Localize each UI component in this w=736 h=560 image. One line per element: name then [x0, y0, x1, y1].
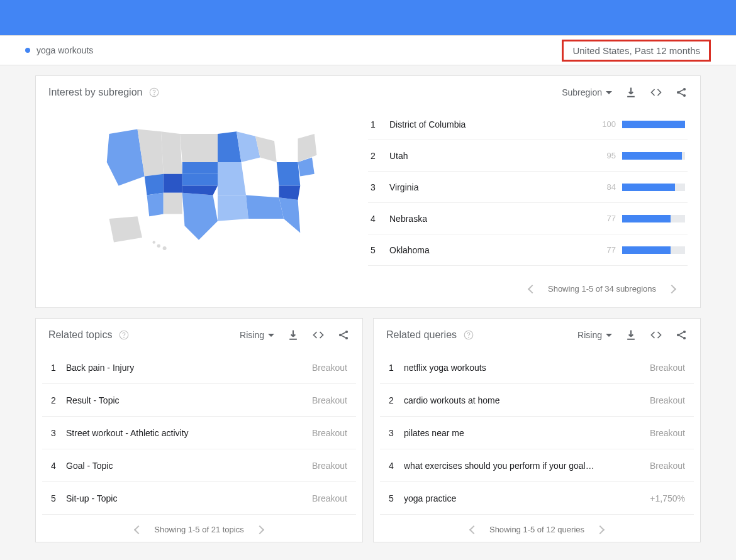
- value-bar: [622, 215, 685, 222]
- chevron-down-icon: [268, 334, 274, 337]
- subregion-pager: Showing 1-5 of 34 subregions: [529, 274, 675, 301]
- subregion-row[interactable]: 4 Nebraska 77: [368, 203, 688, 234]
- related-topics-title: Related topics: [48, 329, 112, 341]
- region-value: 95: [591, 151, 616, 160]
- related-query-row[interactable]: 3 pilates near me Breakout: [380, 417, 694, 449]
- rank: 2: [371, 151, 389, 161]
- topic-label: Street workout - Athletic activity: [66, 428, 312, 438]
- chevron-down-icon: [606, 91, 612, 94]
- subregion-dropdown[interactable]: Subregion: [562, 87, 612, 97]
- pager-prev-icon[interactable]: [134, 525, 143, 534]
- embed-icon[interactable]: [312, 329, 325, 341]
- share-icon[interactable]: [675, 329, 688, 341]
- value-bar-fill: [622, 215, 671, 222]
- topics-pager: Showing 1-5 of 21 topics: [36, 515, 362, 542]
- scope-filter-highlight[interactable]: United States, Past 12 months: [562, 40, 711, 62]
- us-map[interactable]: [95, 115, 321, 256]
- subregion-row[interactable]: 3 Virginia 84: [368, 172, 688, 203]
- related-topic-row[interactable]: 2 Result - Topic Breakout: [42, 384, 356, 417]
- query-label: yoga practice: [404, 493, 650, 503]
- subregion-row[interactable]: 1 District of Columbia 100: [368, 109, 688, 140]
- value-bar-fill: [622, 152, 682, 160]
- term-color-dot: [25, 48, 30, 53]
- related-query-row[interactable]: 5 yoga practice +1,750%: [380, 482, 694, 515]
- region-name: District of Columbia: [389, 119, 591, 129]
- related-query-row[interactable]: 2 cardio workouts at home Breakout: [380, 384, 694, 417]
- region-name: Oklahoma: [389, 245, 591, 255]
- query-metric: Breakout: [650, 428, 685, 438]
- related-query-row[interactable]: 1 netflix yoga workouts Breakout: [380, 351, 694, 384]
- pager-prev-icon[interactable]: [528, 284, 537, 293]
- download-icon[interactable]: [287, 329, 299, 341]
- related-topic-row[interactable]: 4 Goal - Topic Breakout: [42, 449, 356, 482]
- value-bar: [622, 121, 685, 128]
- topic-label: Result - Topic: [66, 395, 312, 405]
- value-bar-fill: [622, 184, 675, 191]
- region-value: 84: [591, 182, 616, 192]
- download-icon[interactable]: [625, 86, 637, 99]
- svg-point-10: [124, 337, 125, 338]
- subregion-card-title: Interest by subregion: [48, 87, 142, 98]
- share-icon[interactable]: [675, 86, 688, 99]
- embed-icon[interactable]: [650, 86, 662, 99]
- value-bar: [622, 184, 685, 191]
- queries-sort-label: Rising: [577, 330, 602, 340]
- query-label: what exercises should you perform if you…: [404, 461, 650, 471]
- embed-icon[interactable]: [650, 329, 662, 341]
- rank: 5: [51, 493, 66, 503]
- help-icon[interactable]: [148, 87, 160, 98]
- query-metric: Breakout: [650, 461, 685, 471]
- related-topic-row[interactable]: 3 Street workout - Athletic activity Bre…: [42, 417, 356, 449]
- topic-metric: Breakout: [312, 493, 347, 503]
- svg-point-7: [157, 244, 160, 248]
- rank: 2: [51, 395, 66, 405]
- subregion-dropdown-label: Subregion: [562, 87, 602, 97]
- related-query-row[interactable]: 4 what exercises should you perform if y…: [380, 449, 694, 482]
- related-topic-row[interactable]: 1 Back pain - Injury Breakout: [42, 351, 356, 384]
- related-topic-row[interactable]: 5 Sit-up - Topic Breakout: [42, 482, 356, 515]
- share-icon[interactable]: [337, 329, 350, 341]
- related-topics-card: Related topics Rising 1 Back pain - Inju…: [35, 318, 363, 542]
- query-label: pilates near me: [404, 428, 650, 438]
- subregion-row[interactable]: 5 Oklahoma 77: [368, 234, 688, 266]
- region-value: 77: [591, 245, 616, 255]
- topic-metric: Breakout: [312, 428, 347, 438]
- value-bar-fill: [622, 121, 685, 128]
- search-term-chip[interactable]: yoga workouts: [25, 45, 93, 55]
- help-icon[interactable]: [118, 329, 130, 341]
- topic-metric: Breakout: [312, 363, 347, 373]
- region-value: 77: [591, 214, 616, 223]
- topic-label: Back pain - Injury: [66, 363, 312, 373]
- topics-sort-dropdown[interactable]: Rising: [240, 330, 274, 340]
- query-metric: +1,750%: [650, 493, 685, 503]
- scope-text: United States, Past 12 months: [572, 45, 700, 56]
- rank: 1: [51, 363, 66, 373]
- topic-metric: Breakout: [312, 395, 347, 405]
- svg-point-1: [154, 94, 155, 95]
- related-queries-title: Related queries: [386, 329, 457, 341]
- subregion-row[interactable]: 2 Utah 95: [368, 140, 688, 172]
- download-icon[interactable]: [625, 329, 637, 341]
- help-icon[interactable]: [463, 329, 474, 341]
- rank: 1: [371, 119, 389, 129]
- queries-pager: Showing 1-5 of 12 queries: [374, 515, 700, 542]
- rank: 4: [389, 461, 404, 471]
- rank: 3: [51, 428, 66, 438]
- region-name: Virginia: [389, 182, 591, 192]
- pager-prev-icon[interactable]: [469, 525, 478, 534]
- value-bar-fill: [622, 246, 671, 254]
- query-label: cardio workouts at home: [404, 395, 650, 405]
- top-header: [0, 0, 736, 35]
- pager-next-icon[interactable]: [596, 525, 605, 534]
- svg-point-6: [153, 241, 156, 244]
- interest-by-subregion-card: Interest by subregion Subregion: [35, 75, 701, 308]
- topic-label: Sit-up - Topic: [66, 493, 312, 503]
- rank: 3: [371, 182, 389, 192]
- queries-sort-dropdown[interactable]: Rising: [577, 330, 612, 340]
- pager-next-icon[interactable]: [667, 284, 676, 293]
- region-name: Utah: [389, 151, 591, 161]
- chevron-down-icon: [606, 334, 612, 337]
- region-value: 100: [591, 119, 616, 129]
- pager-next-icon[interactable]: [255, 525, 264, 534]
- rank: 3: [389, 428, 404, 438]
